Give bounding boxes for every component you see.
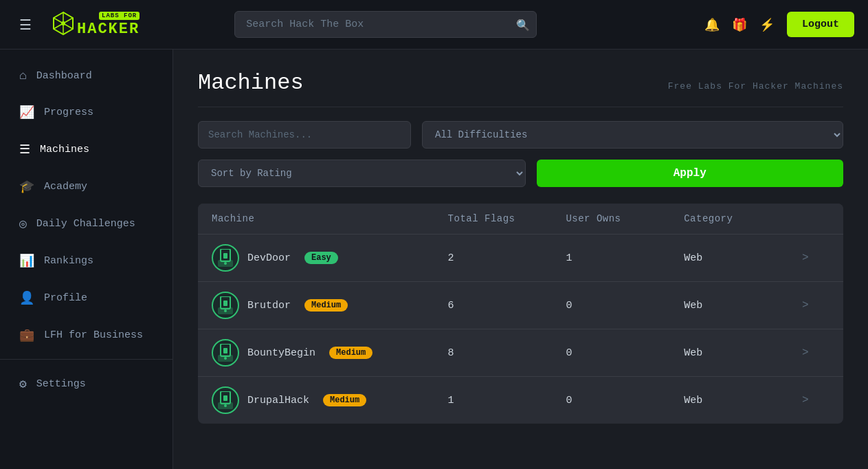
user-owns-value: 1 [566, 252, 684, 264]
sidebar-item-dashboard-label: Dashboard [36, 70, 92, 82]
avatar [212, 292, 239, 319]
sidebar-item-rankings[interactable]: 📊 Rankings [0, 242, 173, 279]
page-subtitle: Free Labs For Hacker Machines [668, 81, 843, 91]
user-owns-value: 0 [566, 347, 684, 359]
col-user-owns: User Owns [566, 213, 684, 224]
apply-button[interactable]: Apply [537, 160, 844, 187]
total-flags-value: 8 [448, 347, 566, 359]
machines-table: Machine Total Flags User Owns Category [198, 204, 843, 424]
sort-select[interactable]: Sort by Rating Sort by Name Sort by Flag… [198, 160, 526, 187]
machine-avatar-icon [218, 344, 233, 362]
machines-search-input[interactable] [198, 121, 411, 149]
table-row[interactable]: DevDoor Easy 2 1 Web > [198, 235, 843, 282]
svg-point-20 [224, 404, 227, 407]
sidebar-item-progress-label: Progress [44, 107, 93, 118]
table-row[interactable]: Brutdor Medium 6 0 Web > [198, 282, 843, 329]
sidebar-divider [0, 359, 173, 360]
chevron-right-icon: > [802, 347, 830, 359]
user-owns-value: 0 [566, 395, 684, 406]
svg-rect-6 [223, 253, 227, 259]
main-layout: ⌂ Dashboard 📈 Progress ☰ Machines 🎓 Acad… [0, 50, 868, 469]
chevron-right-icon: > [802, 252, 830, 264]
home-icon: ⌂ [19, 69, 27, 83]
sidebar-item-academy-label: Academy [44, 181, 87, 193]
search-input[interactable] [234, 11, 537, 38]
difficulty-badge: Medium [304, 299, 348, 312]
filters-row-1: All Difficulties Easy Medium Hard Insane [198, 121, 843, 149]
machine-name: DrupalHack [247, 395, 309, 406]
sidebar: ⌂ Dashboard 📈 Progress ☰ Machines 🎓 Acad… [0, 50, 173, 469]
svg-rect-18 [223, 395, 227, 401]
chevron-right-icon: > [802, 394, 830, 406]
machine-cell: Brutdor Medium [212, 292, 448, 319]
category-value: Web [684, 395, 802, 406]
machine-name: Brutdor [247, 300, 291, 312]
lightning-button[interactable]: ⚡ [759, 17, 775, 32]
business-icon: 💼 [19, 327, 34, 342]
logo-icon [48, 10, 78, 40]
filters-row-2: Sort by Rating Sort by Name Sort by Flag… [198, 160, 843, 187]
table-row[interactable]: BountyBegin Medium 8 0 Web > [198, 329, 843, 377]
rankings-icon: 📊 [19, 253, 34, 268]
hamburger-button[interactable]: ☰ [14, 14, 37, 36]
category-value: Web [684, 300, 802, 312]
sidebar-item-profile[interactable]: 👤 Profile [0, 279, 173, 316]
sidebar-item-progress[interactable]: 📈 Progress [0, 94, 173, 131]
sidebar-item-settings[interactable]: ⚙ Settings [0, 365, 173, 402]
svg-point-16 [224, 357, 227, 360]
difficulty-badge: Easy [304, 252, 338, 264]
notifications-button[interactable]: 🔔 [704, 17, 720, 32]
table-header: Machine Total Flags User Owns Category [198, 204, 843, 235]
chevron-right-icon: > [802, 299, 830, 312]
search-bar: 🔍 [234, 11, 537, 38]
difficulty-badge: Medium [323, 394, 366, 406]
category-value: Web [684, 252, 802, 264]
main-content: Machines Free Labs For Hacker Machines A… [173, 50, 868, 469]
machine-name: BountyBegin [247, 347, 315, 359]
svg-rect-10 [223, 301, 227, 306]
topnav: ☰ LABS FOR HACKER 🔍 🔔 🎁 ⚡ Logout [0, 0, 868, 50]
machine-name: DevDoor [247, 252, 291, 264]
difficulty-select[interactable]: All Difficulties Easy Medium Hard Insane [422, 121, 843, 149]
avatar [212, 244, 239, 272]
search-icon-button[interactable]: 🔍 [516, 18, 530, 31]
sidebar-item-lfh-business-label: LFH for Business [44, 329, 143, 341]
sidebar-item-academy[interactable]: 🎓 Academy [0, 168, 173, 205]
sidebar-item-dashboard[interactable]: ⌂ Dashboard [0, 58, 173, 94]
total-flags-value: 2 [448, 252, 566, 264]
settings-icon: ⚙ [19, 376, 27, 391]
col-machine: Machine [212, 213, 448, 224]
avatar [212, 339, 239, 367]
sidebar-item-daily-challenges[interactable]: ◎ Daily Challenges [0, 205, 173, 242]
logo-area: LABS FOR HACKER [48, 10, 145, 40]
table-row[interactable]: DrupalHack Medium 1 0 Web > [198, 377, 843, 424]
machine-cell: DevDoor Easy [212, 244, 448, 272]
progress-icon: 📈 [19, 105, 34, 120]
gift-button[interactable]: 🎁 [732, 17, 747, 32]
sidebar-item-lfh-business[interactable]: 💼 LFH for Business [0, 316, 173, 353]
labs-badge: LABS FOR [99, 12, 140, 20]
sidebar-item-daily-challenges-label: Daily Challenges [36, 218, 135, 230]
user-owns-value: 0 [566, 300, 684, 312]
logout-button[interactable]: Logout [787, 12, 854, 37]
machine-cell: BountyBegin Medium [212, 339, 448, 367]
logo-text: HACKER [77, 21, 140, 38]
col-action [802, 213, 830, 224]
machine-avatar-icon [218, 296, 233, 314]
machine-avatar-icon [218, 391, 233, 409]
col-category: Category [684, 213, 802, 224]
svg-point-4 [61, 21, 65, 25]
svg-point-8 [224, 262, 227, 265]
total-flags-value: 1 [448, 395, 566, 406]
profile-icon: 👤 [19, 290, 34, 305]
difficulty-badge: Medium [329, 347, 372, 359]
academy-icon: 🎓 [19, 179, 34, 194]
avatar [212, 386, 239, 414]
svg-rect-14 [223, 348, 227, 353]
sidebar-item-rankings-label: Rankings [44, 255, 93, 267]
machines-icon: ☰ [19, 142, 30, 157]
daily-challenges-icon: ◎ [19, 216, 27, 231]
machine-avatar-icon [218, 249, 233, 267]
col-total-flags: Total Flags [448, 213, 566, 224]
sidebar-item-machines[interactable]: ☰ Machines [0, 131, 173, 168]
